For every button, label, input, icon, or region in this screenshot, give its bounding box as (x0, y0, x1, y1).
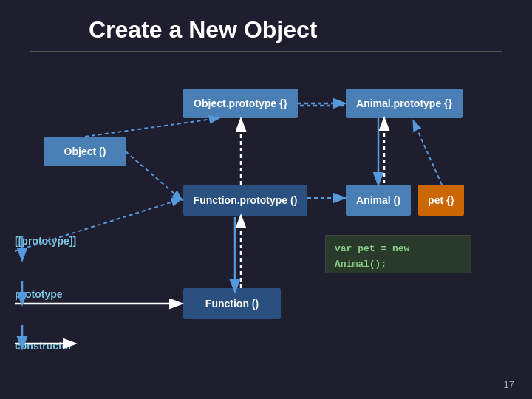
code-box: var pet = new Animal(); (325, 235, 471, 273)
constructor-label: constructor (15, 340, 72, 352)
page-number: 17 (504, 379, 514, 390)
object-prototype-box: Object.prototype {} (183, 89, 298, 118)
svg-line-3 (85, 118, 218, 137)
animal-fn-box: Animal () (346, 185, 411, 216)
svg-line-16 (414, 122, 442, 185)
function-prototype-box: Function.prototype () (183, 185, 307, 216)
slide-title: Create a New Object (0, 0, 532, 51)
object-fn-box: Object () (44, 137, 126, 166)
prototype-label: prototype (15, 288, 63, 300)
title-divider (30, 51, 502, 52)
pet-box: pet {} (418, 185, 464, 216)
proto-label: [[prototype]] (15, 235, 76, 247)
slide: Create a New Object Object.prototype {} … (0, 0, 532, 399)
function-fn-box: Function () (183, 288, 281, 319)
svg-line-2 (126, 151, 181, 200)
animal-prototype-box: Animal.prototype {} (346, 89, 463, 118)
